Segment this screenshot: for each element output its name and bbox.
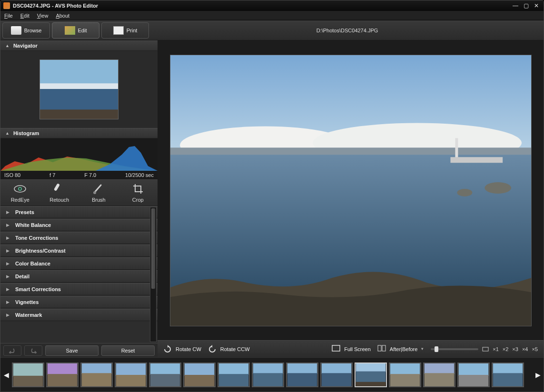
filmstrip-next[interactable]: ▶ <box>534 361 542 389</box>
histogram-shutter: 10/2500 sec <box>125 172 154 178</box>
navigator-body <box>0 51 158 128</box>
thumbnail[interactable] <box>492 363 524 387</box>
thumbnail[interactable] <box>389 363 421 387</box>
svg-rect-42 <box>287 373 317 386</box>
navigator-thumbnail[interactable] <box>40 59 119 119</box>
svg-rect-34 <box>150 374 180 386</box>
thumbnail[interactable] <box>149 363 181 387</box>
after-before-button[interactable]: After|Before ▼ <box>377 345 424 353</box>
histogram-aperture: F 7.0 <box>84 172 96 178</box>
accordion-brightness-contrast[interactable]: ▶Brightness/Contrast <box>0 245 158 257</box>
svg-rect-46 <box>356 371 386 382</box>
minimize-button[interactable]: — <box>511 2 520 9</box>
chevron-right-icon: ▶ <box>6 210 10 215</box>
histogram-body: ISO 80 f 7 F 7.0 10/2500 sec <box>0 138 158 179</box>
thumbnail[interactable] <box>457 363 490 387</box>
svg-rect-24 <box>483 347 488 351</box>
zoom-slider[interactable] <box>431 348 478 350</box>
menu-about[interactable]: About <box>56 13 69 19</box>
thumbnail[interactable] <box>115 363 147 387</box>
tool-brush[interactable]: Brush <box>82 183 115 203</box>
menu-file[interactable]: File <box>4 13 13 19</box>
left-sidebar: ▲ Navigator ▲ Histogram ISO 80 f 7 <box>0 40 158 357</box>
close-button[interactable]: ✕ <box>532 2 541 9</box>
chevron-down-icon: ▲ <box>5 43 10 48</box>
tool-redeye[interactable]: RedEye <box>3 183 37 203</box>
svg-rect-38 <box>219 374 249 386</box>
svg-rect-10 <box>54 183 60 191</box>
zoom-x2[interactable]: ×2 <box>503 346 509 352</box>
thumbnail[interactable] <box>423 363 455 387</box>
save-button[interactable]: Save <box>45 345 99 356</box>
accordion-vignettes[interactable]: ▶Vignettes <box>0 296 158 308</box>
split-icon <box>377 345 387 353</box>
tool-redeye-label: RedEye <box>11 197 30 203</box>
rotate-ccw-button[interactable]: Rotate CCW <box>208 345 250 353</box>
thumbnail[interactable] <box>183 363 216 387</box>
thumbnail[interactable] <box>218 363 250 387</box>
thumbnail[interactable] <box>320 363 353 387</box>
menu-bar: File Edit View About <box>0 11 544 20</box>
filmstrip-prev[interactable]: ◀ <box>2 361 10 389</box>
main-image[interactable] <box>170 55 532 326</box>
svg-rect-52 <box>459 363 489 376</box>
accordion-color-balance[interactable]: ▶Color Balance <box>0 257 158 270</box>
accordion-watermark[interactable]: ▶Watermark <box>0 309 158 321</box>
scrollbar-thumb[interactable] <box>151 208 155 289</box>
title-bar: DSC04274.JPG - AVS Photo Editor — ▢ ✕ <box>0 0 544 11</box>
undo-button[interactable] <box>3 345 21 356</box>
svg-rect-50 <box>425 363 455 374</box>
accordion-tone-corrections[interactable]: ▶Tone Corrections <box>0 232 158 244</box>
zoom-x3[interactable]: ×3 <box>512 346 518 352</box>
accordion-scrollbar[interactable] <box>150 207 157 342</box>
tab-browse[interactable]: Browse <box>2 22 50 39</box>
menu-view[interactable]: View <box>37 13 49 19</box>
menu-edit[interactable]: Edit <box>20 13 30 19</box>
thumbnail[interactable] <box>12 363 44 387</box>
chevron-right-icon: ▶ <box>6 261 10 266</box>
zoom-x5[interactable]: ×5 <box>532 346 538 352</box>
window-title: DSC04274.JPG - AVS Photo Editor <box>13 3 509 9</box>
zoom-x4[interactable]: ×4 <box>522 346 528 352</box>
accordion-white-balance[interactable]: ▶White Balance <box>0 219 158 231</box>
rotate-cw-button[interactable]: Rotate CW <box>163 345 201 353</box>
accordion: ▶Presets ▶White Balance ▶Tone Correction… <box>0 206 158 343</box>
zoom-handle[interactable] <box>435 346 438 352</box>
svg-rect-35 <box>185 363 215 376</box>
folder-icon <box>11 26 21 35</box>
panel-histogram-header[interactable]: ▲ Histogram <box>0 128 158 138</box>
redo-button[interactable] <box>24 345 42 356</box>
thumbnail[interactable] <box>80 363 113 387</box>
crop-icon <box>131 183 145 195</box>
zoom-x1[interactable]: ×1 <box>493 346 499 352</box>
chevron-right-icon: ▶ <box>6 274 10 279</box>
svg-rect-53 <box>459 375 489 386</box>
accordion-smart-corrections[interactable]: ▶Smart Corrections <box>0 283 158 295</box>
svg-rect-27 <box>48 363 78 375</box>
fit-icon[interactable] <box>482 347 489 352</box>
tab-print-label: Print <box>127 28 138 33</box>
svg-rect-51 <box>425 373 455 386</box>
fullscreen-icon <box>332 345 341 353</box>
thumbnail[interactable] <box>46 363 79 387</box>
reset-button[interactable]: Reset <box>101 345 155 356</box>
filmstrip: ◀ ▶ <box>0 357 544 392</box>
tool-retouch[interactable]: Retouch <box>43 183 76 203</box>
fullscreen-button[interactable]: Full Screen <box>332 345 371 353</box>
svg-rect-43 <box>322 363 352 374</box>
thumbnail[interactable] <box>286 363 318 387</box>
thumbnail-selected[interactable] <box>355 363 387 387</box>
svg-rect-18 <box>450 157 503 163</box>
tool-crop[interactable]: Crop <box>121 183 155 203</box>
panel-navigator-label: Navigator <box>13 43 38 49</box>
canvas-toolbar: Rotate CW Rotate CCW Full Screen After|B… <box>158 340 544 357</box>
tab-print[interactable]: Print <box>101 22 149 39</box>
accordion-presets[interactable]: ▶Presets <box>0 206 158 218</box>
accordion-detail[interactable]: ▶Detail <box>0 270 158 283</box>
tab-edit[interactable]: Edit <box>52 22 99 39</box>
panel-navigator-header[interactable]: ▲ Navigator <box>0 40 158 51</box>
svg-rect-45 <box>356 363 386 372</box>
maximize-button[interactable]: ▢ <box>522 2 530 9</box>
thumbnail[interactable] <box>252 363 284 387</box>
rotate-ccw-icon <box>208 345 218 353</box>
